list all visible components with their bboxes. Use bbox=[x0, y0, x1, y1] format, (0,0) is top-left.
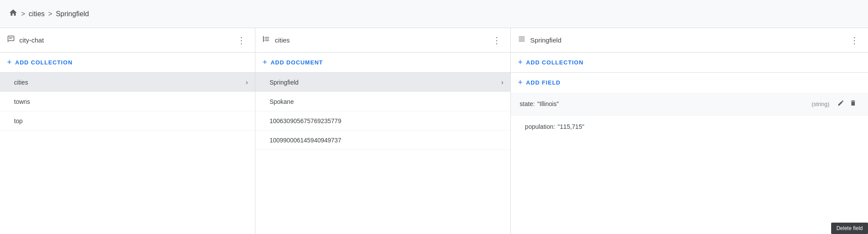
list-item-text: 100990006145940949737 bbox=[269, 137, 503, 144]
svg-rect-0 bbox=[9, 37, 13, 38]
main-content: city-chat ⋮ + ADD COLLECTION cities › to… bbox=[0, 28, 868, 234]
panel3-add-field-row[interactable]: + ADD FIELD bbox=[511, 73, 868, 92]
delete-field-tooltip: Delete field bbox=[831, 223, 868, 234]
panel-city-chat: city-chat ⋮ + ADD COLLECTION cities › to… bbox=[0, 28, 255, 234]
svg-rect-1 bbox=[9, 39, 12, 39]
breadcrumb-separator-2: > bbox=[48, 10, 52, 18]
home-icon[interactable] bbox=[9, 8, 18, 19]
panel1-list: cities › towns top bbox=[0, 73, 255, 234]
panel3-fields: state: "Illinois" (string) population: "… bbox=[511, 92, 868, 234]
breadcrumb-bar: > cities > Springfield bbox=[0, 0, 868, 28]
field-key-state: state: bbox=[520, 100, 534, 107]
breadcrumb-springfield[interactable]: Springfield bbox=[56, 10, 89, 18]
panel-cities: cities ⋮ + ADD DOCUMENT Springfield › Sp… bbox=[255, 28, 511, 234]
field-value-state: "Illinois" bbox=[538, 100, 559, 107]
list-item-text: Springfield bbox=[269, 79, 501, 86]
field-value-population: "115,715" bbox=[558, 123, 585, 130]
panel3-add-collection-label: ADD COLLECTION bbox=[526, 59, 584, 66]
list-item-text: cities bbox=[14, 79, 246, 86]
field-type-state: (string) bbox=[812, 101, 829, 107]
cities-title: cities bbox=[275, 36, 486, 44]
panel3-add-field-label: ADD FIELD bbox=[526, 79, 561, 86]
list-item[interactable]: top bbox=[0, 111, 255, 131]
panel-city-chat-header: city-chat ⋮ bbox=[0, 28, 255, 53]
cities-icon bbox=[262, 35, 270, 45]
panel2-add-document-row[interactable]: + ADD DOCUMENT bbox=[255, 53, 510, 73]
springfield-menu-button[interactable]: ⋮ bbox=[848, 33, 861, 47]
breadcrumb-separator-1: > bbox=[21, 10, 25, 18]
breadcrumb-cities[interactable]: cities bbox=[29, 10, 44, 18]
panel3-add-collection-row[interactable]: + ADD COLLECTION bbox=[511, 53, 868, 73]
list-item[interactable]: Spokane bbox=[255, 92, 510, 111]
springfield-icon bbox=[518, 35, 526, 45]
panel3-add-field-plus-icon: + bbox=[518, 78, 523, 87]
list-item[interactable]: 100990006145940949737 bbox=[255, 131, 510, 150]
panel-springfield-header: Springfield ⋮ bbox=[511, 28, 868, 53]
list-item-text: 100630905675769235779 bbox=[269, 117, 503, 124]
field-row-state: state: "Illinois" (string) bbox=[511, 92, 868, 116]
panel2-list: Springfield › Spokane 100630905675769235… bbox=[255, 73, 510, 234]
city-chat-icon bbox=[7, 35, 15, 45]
field-key-population: population: bbox=[525, 123, 555, 130]
panel1-add-collection-label: ADD COLLECTION bbox=[15, 59, 73, 66]
list-item[interactable]: 100630905675769235779 bbox=[255, 111, 510, 131]
city-chat-title: city-chat bbox=[19, 36, 231, 44]
list-item-arrow-icon: › bbox=[501, 78, 503, 86]
edit-field-state-button[interactable] bbox=[835, 98, 847, 110]
panel1-add-collection-row[interactable]: + ADD COLLECTION bbox=[0, 53, 255, 73]
panel1-plus-icon: + bbox=[7, 58, 12, 67]
delete-field-state-button[interactable] bbox=[847, 98, 859, 110]
panel2-add-document-label: ADD DOCUMENT bbox=[271, 59, 323, 66]
list-item[interactable]: cities › bbox=[0, 73, 255, 92]
springfield-title: Springfield bbox=[530, 36, 844, 44]
panel3-add-collection-plus-icon: + bbox=[518, 58, 523, 67]
city-chat-menu-button[interactable]: ⋮ bbox=[235, 33, 248, 47]
panel-cities-header: cities ⋮ bbox=[255, 28, 510, 53]
list-item[interactable]: towns bbox=[0, 92, 255, 111]
cities-menu-button[interactable]: ⋮ bbox=[491, 33, 503, 47]
field-row-population: population: "115,715" bbox=[511, 116, 868, 138]
list-item-arrow-icon: › bbox=[246, 78, 248, 86]
list-item-text: top bbox=[14, 117, 248, 124]
svg-rect-2 bbox=[263, 36, 264, 42]
list-item-text: Spokane bbox=[269, 98, 503, 105]
panel2-plus-icon: + bbox=[262, 58, 267, 67]
panel-springfield: Springfield ⋮ + ADD COLLECTION + ADD FIE… bbox=[511, 28, 868, 234]
list-item[interactable]: Springfield › bbox=[255, 73, 510, 92]
list-item-text: towns bbox=[14, 98, 248, 105]
